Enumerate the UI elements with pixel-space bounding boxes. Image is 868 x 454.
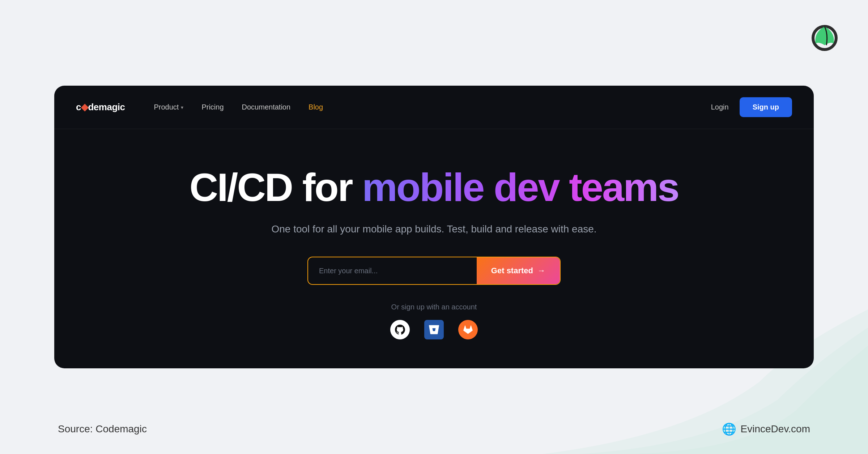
logo-text: c◆demagic <box>76 102 125 113</box>
nav-pricing[interactable]: Pricing <box>201 103 224 111</box>
signup-section: Or sign up with an account <box>390 303 478 339</box>
navbar: c◆demagic Product ▾ Pricing Documentatio… <box>54 86 814 129</box>
gitlab-icon[interactable] <box>458 320 478 339</box>
login-button[interactable]: Login <box>711 103 729 111</box>
nav-blog[interactable]: Blog <box>309 103 323 111</box>
globe-icon: 🌐 <box>722 422 736 436</box>
logo[interactable]: c◆demagic <box>76 102 125 113</box>
social-icons <box>390 320 478 339</box>
nav-actions: Login Sign up <box>711 97 792 117</box>
hero-title: CI/CD for mobile dev teams <box>190 165 678 209</box>
or-text: Or sign up with an account <box>391 303 477 311</box>
chevron-down-icon: ▾ <box>181 104 183 110</box>
bottom-bar: Source: Codemagic 🌐 EvinceDev.com <box>0 422 868 436</box>
email-input[interactable] <box>308 257 477 284</box>
evince-domain: EvinceDev.com <box>741 423 810 435</box>
evince-link[interactable]: 🌐 EvinceDev.com <box>722 422 810 436</box>
github-icon[interactable] <box>390 320 410 339</box>
source-text: Source: Codemagic <box>58 423 147 435</box>
signup-button[interactable]: Sign up <box>740 97 792 117</box>
nav-documentation[interactable]: Documentation <box>242 103 291 111</box>
nav-links: Product ▾ Pricing Documentation Blog <box>154 103 711 111</box>
nav-product[interactable]: Product ▾ <box>154 103 183 111</box>
logo-diamond: ◆ <box>81 102 88 112</box>
arrow-right-icon: → <box>537 266 545 275</box>
main-card: c◆demagic Product ▾ Pricing Documentatio… <box>54 86 814 368</box>
evince-logo <box>807 22 839 54</box>
email-form: Get started → <box>307 257 561 285</box>
hero-section: CI/CD for mobile dev teams One tool for … <box>54 129 814 368</box>
bitbucket-icon[interactable] <box>424 320 444 339</box>
hero-subtitle: One tool for all your mobile app builds.… <box>271 223 596 235</box>
get-started-button[interactable]: Get started → <box>477 257 560 284</box>
